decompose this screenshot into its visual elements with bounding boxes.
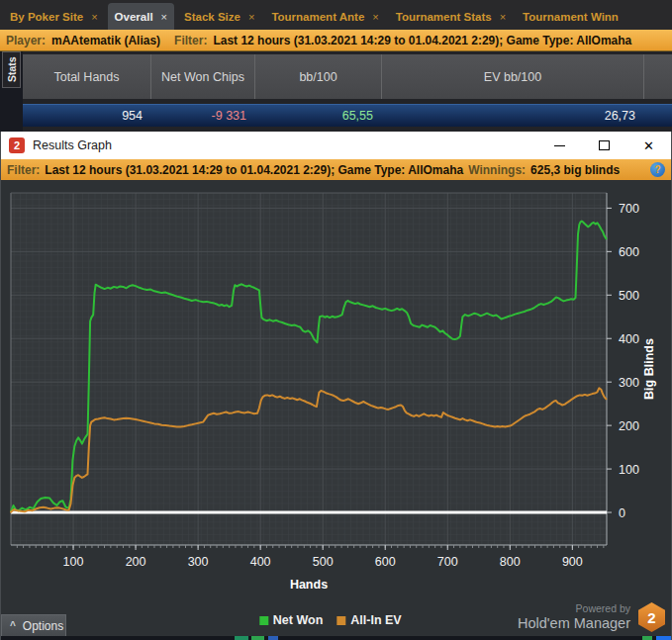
tab-overall[interactable]: Overall × (108, 3, 174, 30)
player-filter-bar: Player: mAAtematik (Alias) Filter: Last … (0, 30, 672, 51)
tab-tournament-stats[interactable]: Tournament Stats × (389, 3, 513, 30)
filter-value: Last 12 hours (31.03.2021 14:29 to 01.04… (45, 163, 463, 177)
svg-text:700: 700 (619, 202, 639, 216)
close-icon[interactable]: × (248, 11, 254, 23)
close-icon[interactable]: × (372, 11, 378, 23)
player-value: mAAtematik (Alias) (51, 34, 160, 47)
results-chart: 1002003004005006007008009000100200300400… (1, 180, 672, 591)
cell-bb-100: 65,55 (254, 105, 381, 127)
net-won-swatch-icon (259, 616, 268, 625)
svg-text:200: 200 (126, 555, 146, 569)
legend-item-net-won: Net Won (259, 613, 323, 627)
tab-label: Tournament Stats (396, 11, 492, 23)
svg-text:900: 900 (562, 555, 583, 569)
filter-label: Filter: (7, 163, 40, 177)
tab-label: Stack Size (184, 11, 240, 23)
graph-footer: ^ Options Net Won All-In EV Powered by H… (1, 591, 671, 640)
window-controls: ✕ (537, 132, 671, 159)
svg-text:400: 400 (619, 332, 639, 346)
cell-filler (643, 105, 672, 127)
hm2-app-icon: 2 (9, 137, 25, 153)
close-icon[interactable]: × (91, 11, 97, 23)
svg-text:200: 200 (619, 419, 639, 433)
svg-text:300: 300 (188, 555, 209, 569)
tab-label: Overall (115, 11, 153, 23)
window-titlebar[interactable]: 2 Results Graph ✕ (1, 132, 671, 159)
hm2-logo-icon: 2 (638, 602, 665, 632)
svg-text:0: 0 (619, 506, 625, 520)
help-icon[interactable]: ? (650, 162, 665, 177)
maximize-icon (599, 140, 610, 150)
cell-total-hands: 954 (23, 105, 150, 127)
svg-text:500: 500 (619, 289, 639, 303)
tab-tournament-ante[interactable]: Tournament Ante × (264, 3, 385, 30)
column-header-ev-bb-100: EV bb/100 (381, 54, 643, 99)
filter-value: Last 12 hours (31.03.2021 14:29 to 01.04… (213, 34, 631, 47)
maximize-button[interactable] (582, 132, 626, 159)
cell-net-won-chips: -9 331 (150, 105, 254, 127)
tab-bar: By Poker Site × Overall × Stack Size × T… (0, 0, 672, 30)
legend-label: All-In EV (350, 613, 401, 627)
column-header-net-won-chips: Net Won Chips (150, 54, 254, 99)
close-icon[interactable]: × (161, 11, 167, 23)
svg-text:500: 500 (313, 555, 334, 569)
speck (268, 636, 278, 640)
table-row[interactable]: 954 -9 331 65,55 26,73 (23, 104, 672, 127)
tab-stack-size[interactable]: Stack Size × (177, 3, 261, 30)
tab-label: Tournament Ante (271, 11, 364, 23)
column-header-filler (643, 54, 672, 99)
stats-header-row: Total Hands Net Won Chips bb/100 EV bb/1… (23, 54, 672, 99)
svg-text:400: 400 (250, 555, 271, 569)
speck (235, 636, 248, 640)
options-button-label: Options (23, 619, 63, 633)
speck (251, 636, 264, 640)
tab-label: By Poker Site (10, 11, 83, 23)
close-icon[interactable]: × (500, 11, 506, 23)
winnings-value: 625,3 big blinds (530, 163, 620, 177)
options-button[interactable]: ^ Options (1, 614, 66, 637)
brand-label: Hold'em Manager (518, 615, 630, 632)
tab-by-poker-site[interactable]: By Poker Site × (3, 3, 105, 30)
svg-text:300: 300 (619, 376, 639, 390)
graph-content: 1002003004005006007008009000100200300400… (1, 180, 671, 640)
powered-by-block: Powered by Hold'em Manager 2 (518, 602, 665, 632)
minimize-button[interactable] (537, 132, 582, 159)
tab-tournament-winnings[interactable]: Tournament Winn × (516, 3, 625, 30)
speck (656, 636, 671, 640)
close-button[interactable]: ✕ (626, 132, 671, 159)
player-label: Player: (6, 34, 46, 47)
svg-text:800: 800 (500, 555, 521, 569)
filter-label: Filter: (174, 34, 207, 47)
tab-label: Tournament Winn (523, 11, 619, 23)
svg-text:100: 100 (63, 555, 84, 569)
stats-side-tab[interactable]: Stats (2, 51, 21, 88)
all-in-ev-swatch-icon (336, 616, 345, 625)
powered-by-label: Powered by (518, 602, 630, 615)
speck (642, 636, 652, 640)
column-header-total-hands: Total Hands (23, 54, 150, 99)
chevron-up-icon: ^ (10, 620, 16, 631)
underlying-window-strip (1, 636, 671, 640)
legend-item-all-in-ev: All-In EV (336, 613, 401, 627)
legend-label: Net Won (273, 613, 323, 627)
svg-text:600: 600 (619, 245, 639, 259)
close-icon: ✕ (643, 138, 654, 153)
svg-text:600: 600 (375, 555, 396, 569)
chart-legend: Net Won All-In EV (259, 613, 402, 627)
stats-panel: Stats Total Hands Net Won Chips bb/100 E… (0, 51, 672, 132)
graph-filter-bar: Filter: Last 12 hours (31.03.2021 14:29 … (1, 159, 671, 180)
column-header-bb-100: bb/100 (254, 54, 381, 99)
winnings-label: Winnings: (468, 163, 526, 177)
window-title: Results Graph (33, 138, 112, 152)
svg-text:Big Blinds: Big Blinds (642, 338, 656, 400)
svg-text:100: 100 (619, 463, 639, 477)
results-graph-window: 2 Results Graph ✕ Filter: Last 12 hours … (0, 132, 672, 640)
svg-text:Hands: Hands (290, 578, 328, 591)
minimize-icon (554, 145, 565, 146)
svg-text:700: 700 (437, 555, 458, 569)
powered-by-text: Powered by Hold'em Manager (518, 602, 630, 632)
cell-ev-bb-100: 26,73 (381, 105, 643, 127)
